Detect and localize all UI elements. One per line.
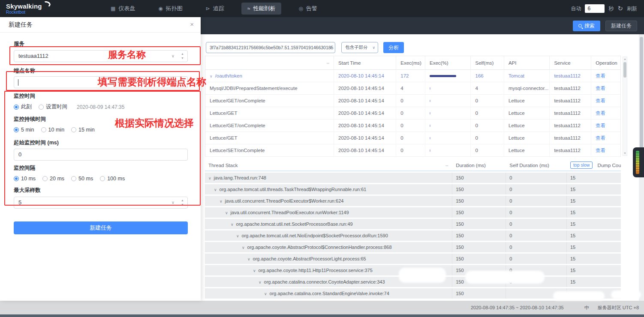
view-link[interactable]: 查看 — [596, 86, 605, 91]
close-icon[interactable]: × — [190, 21, 194, 28]
table-row[interactable]: Lettuce/SET/onComplete2020-08-10 14:45:1… — [205, 144, 620, 157]
span-name: Lettuce/GET — [205, 107, 334, 119]
nav-item-dashboard[interactable]: ▦仪表盘 — [105, 3, 141, 15]
stepper-icon[interactable]: ▲▼ — [181, 52, 184, 60]
nav-item-trace[interactable]: ⊳追踪 — [200, 3, 230, 15]
top-slow-button[interactable]: top slow — [570, 161, 593, 169]
dump-count-value: 15 — [567, 207, 621, 218]
white-smudge — [611, 290, 641, 299]
time-range[interactable]: 2020-08-09 14:47:35 ~ 2020-08-10 14:47:3… — [471, 305, 564, 310]
view-link[interactable]: 查看 — [596, 135, 605, 141]
resize-handle-icon[interactable]: ⇔ — [445, 159, 449, 171]
trace-table-scrollbar[interactable]: ▴ ▾ — [623, 57, 627, 156]
view-link[interactable]: 查看 — [596, 148, 605, 153]
max-samples-select[interactable]: 5 ∨ ▲▼ — [14, 197, 188, 209]
radio-设置时间[interactable]: 设置时间 — [39, 103, 67, 111]
trace-id-select[interactable]: 3f7a71b883412191756696c5be50b7.51.159704… — [206, 42, 335, 53]
thread-stack-row[interactable]: ∨java.util.concurrent.ThreadPoolExecutor… — [205, 207, 621, 218]
table-row[interactable]: Lettuce/GET/onComplete2020-08-10 14:45:1… — [205, 120, 620, 132]
auto-refresh-label[interactable]: 自动 — [571, 5, 581, 12]
language-toggle[interactable]: 中 — [584, 305, 589, 311]
view-link[interactable]: 查看 — [596, 73, 605, 78]
service-name: testuaa1112 — [550, 132, 591, 144]
radio-15-min[interactable]: 15 min — [71, 127, 95, 133]
self-duration-value: 0 — [506, 254, 567, 264]
chevron-down-icon[interactable]: ∨ — [210, 74, 213, 78]
refresh-label[interactable]: 刷新 — [627, 5, 637, 12]
duration-value: 150 — [452, 242, 506, 252]
create-task-button[interactable]: 新建任务 — [14, 221, 188, 234]
api-name: Tomcat — [504, 70, 550, 82]
radio-dot — [14, 127, 19, 132]
scrollbar-thumb[interactable] — [623, 62, 626, 78]
nav-item-alarm[interactable]: ◎告警 — [292, 3, 323, 15]
thread-stack-row[interactable]: ∨org.apache.tomcat.util.net.NioEndpoint$… — [205, 230, 621, 241]
chevron-down-icon[interactable]: ∨ — [208, 176, 211, 180]
segment-filter-select[interactable]: 包含子部分 ∨ — [341, 42, 378, 53]
nav-item-profile[interactable]: ≈性能剖析 — [241, 3, 282, 15]
view-link[interactable]: 查看 — [596, 111, 605, 116]
new-task-button[interactable]: 新建任务 — [605, 21, 637, 31]
side-gradient-widget[interactable] — [633, 147, 644, 177]
table-row[interactable]: Lettuce/GET/onComplete2020-08-10 14:45:1… — [205, 95, 620, 107]
thread-stack-row[interactable]: ∨org.apache.tomcat.util.threads.TaskThre… — [205, 184, 621, 194]
chevron-down-icon[interactable]: ∨ — [231, 222, 234, 227]
radio-5-min[interactable]: 5 min — [14, 127, 34, 133]
page-scrollbar-thumb[interactable] — [640, 37, 643, 156]
radio-此刻[interactable]: 此刻 — [14, 103, 32, 111]
api-name: Lettuce — [504, 120, 550, 132]
thread-stack-row[interactable]: ∨org.apache.coyote.AbstractProcessorLigh… — [205, 254, 621, 264]
radio-10-ms[interactable]: 10 ms — [14, 176, 36, 182]
chevron-down-icon[interactable]: ∨ — [220, 199, 223, 203]
table-row[interactable]: Lettuce/GET2020-08-10 14:45:1400Lettucet… — [205, 132, 620, 144]
radio-label: 20 ms — [50, 176, 64, 182]
resize-handle-icon[interactable]: ⇔ — [326, 56, 330, 69]
thread-table-header: Thread Stack ⇔ Duration (ms) Self Durati… — [205, 159, 621, 171]
radio-label: 5 min — [21, 127, 34, 133]
chevron-down-icon[interactable]: ∨ — [247, 257, 250, 261]
radio-10-min[interactable]: 10 min — [41, 127, 65, 133]
trace-col-Exec(ms): Exec(ms) — [396, 56, 425, 69]
auto-refresh-seconds-input[interactable] — [585, 4, 605, 13]
radio-dot — [71, 176, 76, 181]
radio-100-ms[interactable]: 100 ms — [100, 176, 125, 182]
monitor-time-label: 监控时间 — [14, 93, 188, 100]
stepper-icon[interactable]: ▲▼ — [181, 198, 184, 207]
chevron-down-icon[interactable]: ∨ — [264, 292, 267, 296]
chevron-down-icon[interactable]: ∨ — [259, 280, 262, 284]
exec-ms: 0 — [396, 120, 425, 132]
dump-count-value: 15 — [567, 242, 621, 252]
trace-col-span: ⇔ — [205, 56, 334, 69]
chevron-down-icon[interactable]: ∨ — [236, 234, 239, 238]
thread-stack-row[interactable]: ∨java.util.concurrent.ThreadPoolExecutor… — [205, 196, 621, 206]
radio-20-ms[interactable]: 20 ms — [42, 176, 64, 182]
service-select-value: testuaa1112 — [18, 53, 48, 59]
thread-stack-row[interactable]: ∨org.apache.tomcat.util.net.SocketProces… — [205, 219, 621, 229]
nav-item-topology[interactable]: ◉拓扑图 — [152, 3, 188, 15]
chevron-down-icon[interactable]: ∨ — [225, 211, 228, 215]
chevron-down-icon[interactable]: ∨ — [253, 269, 256, 273]
radio-50-ms[interactable]: 50 ms — [71, 176, 93, 182]
scroll-down-icon[interactable]: ▾ — [623, 151, 627, 156]
view-link[interactable]: 查看 — [596, 123, 605, 128]
table-row[interactable]: Lettuce/GET2020-08-10 14:45:1400Lettucet… — [205, 107, 620, 120]
exec-ms: 0 — [396, 144, 425, 156]
chevron-down-icon[interactable]: ∨ — [214, 188, 217, 192]
duration-label: 监控持续时间 — [14, 116, 188, 123]
service-select[interactable]: testuaa1112 ∨ ▲▼ — [14, 50, 188, 62]
search-icon — [578, 24, 582, 27]
analyze-button[interactable]: 分析 — [383, 42, 404, 53]
thread-stack-row[interactable]: ∨java.lang.Thread.run:748150015 — [205, 173, 621, 183]
nav-right-controls: 自动 秒 ↻ 刷新 — [571, 4, 637, 13]
scroll-up-icon[interactable]: ▴ — [623, 57, 627, 61]
refresh-icon[interactable]: ↻ — [617, 5, 623, 12]
endpoint-input[interactable] — [14, 76, 188, 88]
duration-value: 150 — [452, 288, 506, 299]
start-time-input[interactable]: 0 — [14, 149, 188, 161]
chevron-down-icon[interactable]: ∨ — [242, 245, 245, 250]
table-row[interactable]: Mysql/JDBI/PreparedStatement/execute2020… — [205, 82, 620, 95]
thread-stack-row[interactable]: ∨org.apache.coyote.AbstractProtocol$Conn… — [205, 242, 621, 252]
view-link[interactable]: 查看 — [596, 98, 605, 103]
table-row[interactable]: ∨/oauth/token2020-08-10 14:45:14172166To… — [205, 70, 620, 82]
search-button[interactable]: 搜索 — [573, 21, 600, 31]
